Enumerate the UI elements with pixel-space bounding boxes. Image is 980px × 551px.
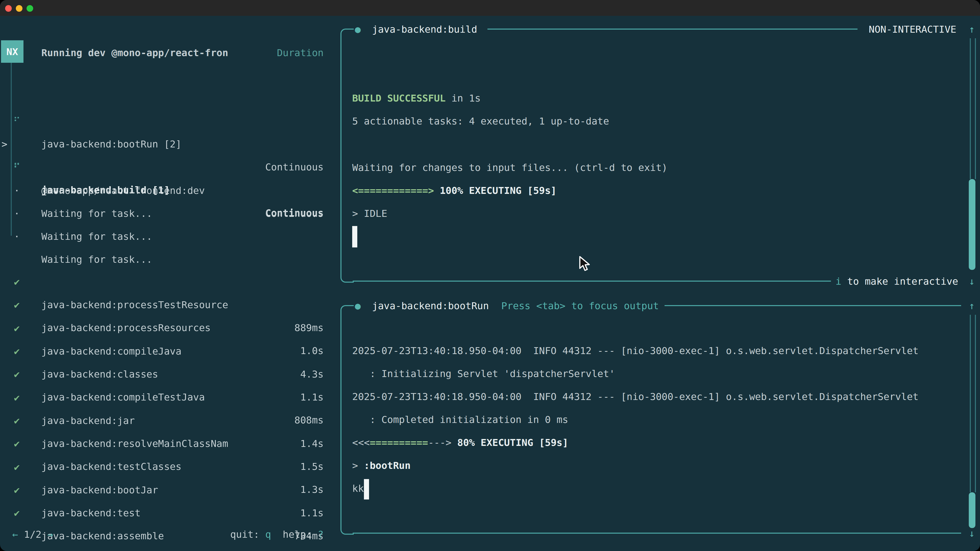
minimize-button-icon[interactable]	[16, 5, 22, 12]
check-icon: ✔	[11, 502, 22, 524]
task-dot-icon: ●	[353, 294, 363, 317]
task-row-completed[interactable]: ✔ java-backend:test 734ms	[0, 456, 337, 478]
help-key: ?	[318, 529, 324, 540]
build-success-line: BUILD SUCCESSFUL in 1s	[352, 87, 480, 110]
task-row-completed[interactable]: ✔ java-backend:compileTestJava 808ms	[0, 340, 337, 363]
typed-text: kk	[352, 483, 364, 494]
task-row-bootrun[interactable]: ⠋ java-backend:bootRun [2] Continuous	[0, 87, 337, 110]
task-row-waiting: · Waiting for task...	[0, 202, 337, 225]
bootrun-panel-border-corner	[340, 521, 354, 535]
build-panel-border-corner	[340, 29, 354, 42]
bootrun-panel-border-bottom	[353, 533, 961, 534]
task-row-completed[interactable]: ✔ java-backend:assemble 774ms	[0, 478, 337, 502]
noninteractive-badge: NON-INTERACTIVE	[869, 18, 956, 40]
log-line: : Initializing Servlet 'dispatcherServle…	[352, 362, 615, 385]
task-row-completed[interactable]: ✔ java-backend:compileJava 4.3s	[0, 294, 337, 317]
waiting-for-changes-line: Waiting for changes to input files... (c…	[352, 156, 667, 179]
log-line: : Completed initialization in 0 ms	[352, 408, 568, 431]
task-duration: 1.1s	[194, 502, 324, 524]
bootrun-panel-border-left	[340, 316, 342, 522]
pagination[interactable]: ← 1/2 →	[12, 523, 53, 546]
keyboard-hints: quit: q help: ?	[153, 523, 324, 546]
task-duration: 774ms	[194, 548, 324, 551]
task-row-completed[interactable]: ✔ java-backend:resolveMainClassNam 1.5s	[0, 386, 337, 409]
pending-dot-icon: ·	[11, 225, 22, 248]
task-row-completed[interactable]: ✔ java-backend:classes 1.1s	[0, 317, 337, 340]
progress-bar-100: <============>	[352, 185, 440, 196]
help-hint-label: help:	[271, 529, 318, 540]
task-label: java-backend:assemble	[41, 524, 164, 548]
log-line: 2025-07-23T13:40:18.950-04:00 INFO 44312…	[352, 339, 918, 362]
task-row-completed[interactable]: ✔ java-backend:bootJar 1.1s	[0, 433, 337, 456]
task-row-completed[interactable]: ✔ java-backend:processResources 1.0s	[0, 270, 337, 293]
bootrun-panel-border-top	[665, 305, 961, 306]
close-button-icon[interactable]	[5, 5, 12, 12]
log-line: 2025-07-23T13:40:18.950-04:00 INFO 44312…	[352, 385, 918, 408]
build-time-text: in 1s	[445, 92, 480, 103]
mouse-cursor	[578, 256, 592, 275]
task-row-completed[interactable]: ✔ java-backend:processTestResource 889ms	[0, 248, 337, 270]
scrollbar-track[interactable]	[970, 38, 976, 179]
build-panel-border-corner	[340, 269, 354, 283]
bootrun-task-line: > :bootRun	[352, 454, 410, 477]
gradle-progress-line: <============> 100% EXECUTING [59s]	[352, 179, 557, 202]
nx-logo: NX	[1, 40, 24, 63]
terminal-cursor	[364, 479, 369, 499]
task-row-completed[interactable]: ✔ java-backend:jar 1.4s	[0, 363, 337, 386]
progress-label-80: 80% EXECUTING [59s]	[457, 437, 568, 448]
progress-label-100: 100% EXECUTING [59s]	[440, 185, 557, 196]
scroll-down-icon[interactable]: ↓	[966, 270, 978, 292]
scrollbar-track[interactable]	[970, 315, 976, 492]
focus-output-hint: Press <tab> to focus output	[501, 294, 659, 317]
progress-prefix: <<<	[352, 437, 370, 448]
interactive-hint: i to make interactive	[835, 270, 958, 292]
task-label: java-backend:test	[41, 502, 141, 524]
task-dot-icon: ●	[353, 18, 363, 40]
build-panel-border-bottom	[353, 281, 831, 282]
build-successful-text: BUILD SUCCESSFUL	[352, 92, 445, 103]
gradle-progress-line: <<<==========---> 80% EXECUTING [59s]	[352, 431, 568, 454]
nx-tui-screen: NX Running dev @mono-app/react-fron Dura…	[0, 0, 980, 551]
page-number: 1/2	[24, 529, 41, 540]
bootrun-panel-title: java-backend:bootRun	[372, 294, 489, 317]
scrollbar-thumb[interactable]	[969, 179, 975, 270]
terminal-window: NX Running dev @mono-app/react-fron Dura…	[0, 0, 980, 551]
prompt-symbol: >	[352, 460, 364, 471]
bootrun-task-name: :bootRun	[364, 460, 410, 471]
interactive-hint-key: i	[835, 275, 842, 287]
idle-status-line: > IDLE	[352, 202, 387, 225]
scroll-up-icon[interactable]: ↑	[966, 294, 978, 317]
page-next-icon[interactable]: →	[47, 529, 53, 540]
terminal-cursor	[352, 226, 357, 248]
tasks-summary-line: 5 actionable tasks: 4 executed, 1 up-to-…	[352, 110, 609, 133]
task-row-frontend-dev[interactable]: ⠋ @mono-app/react-frontend:dev Continuou…	[0, 133, 337, 156]
interactive-hint-text: to make interactive	[842, 275, 958, 287]
build-panel-border-left	[340, 40, 342, 270]
page-prev-icon[interactable]: ←	[12, 529, 18, 540]
build-panel-title: java-backend:build	[372, 18, 477, 40]
terminal-input-line[interactable]: kk	[352, 477, 369, 500]
quit-hint-label: quit:	[230, 529, 265, 540]
task-row-waiting: · Waiting for task...	[0, 156, 337, 179]
quit-key: q	[265, 529, 271, 540]
duration-column-header: Duration	[194, 41, 324, 64]
task-row-completed[interactable]: ✔ java-backend:testClasses 1.3s	[0, 409, 337, 432]
progress-bar-80: ==========	[370, 437, 428, 448]
task-label: Waiting for task...	[41, 225, 152, 248]
task-row-waiting: · Waiting for task...	[0, 179, 337, 202]
progress-trail: --->	[428, 437, 457, 448]
task-row-build-selected[interactable]: > ⠋ java-backend:build [1] Continuous	[0, 110, 337, 133]
build-panel-border-top	[487, 29, 858, 30]
maximize-button-icon[interactable]	[27, 5, 33, 12]
title-bar	[0, 0, 980, 16]
scrollbar-thumb[interactable]	[969, 492, 975, 528]
bootrun-panel-border-corner	[340, 305, 354, 318]
page-indicator	[18, 529, 24, 540]
scroll-up-icon[interactable]: ↑	[966, 18, 978, 40]
